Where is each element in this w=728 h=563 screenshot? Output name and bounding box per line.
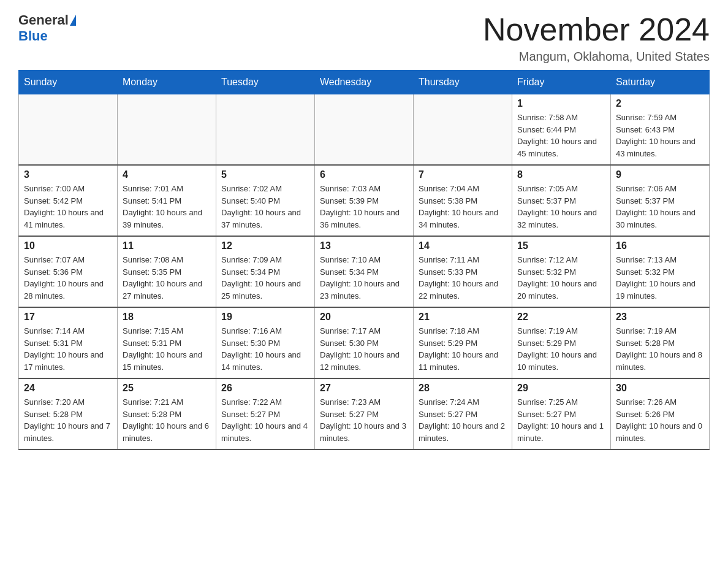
day-info: Sunrise: 7:21 AMSunset: 5:28 PMDaylight:…: [123, 396, 211, 444]
day-number: 23: [616, 312, 704, 323]
logo: General Blue: [18, 12, 76, 44]
logo-general-word: General: [18, 12, 69, 28]
logo-blue-text: Blue: [18, 28, 48, 44]
location-text: Mangum, Oklahoma, United States: [483, 50, 710, 64]
calendar-day-cell: 6Sunrise: 7:03 AMSunset: 5:39 PMDaylight…: [315, 165, 414, 236]
calendar-week-row: 10Sunrise: 7:07 AMSunset: 5:36 PMDayligh…: [19, 236, 710, 307]
day-info: Sunrise: 7:02 AMSunset: 5:40 PMDaylight:…: [221, 183, 309, 231]
day-number: 1: [517, 98, 605, 109]
day-of-week-header: Sunday: [19, 71, 118, 94]
calendar-day-cell: 22Sunrise: 7:19 AMSunset: 5:29 PMDayligh…: [512, 307, 611, 378]
day-info: Sunrise: 7:17 AMSunset: 5:30 PMDaylight:…: [320, 325, 408, 373]
calendar-day-cell: 11Sunrise: 7:08 AMSunset: 5:35 PMDayligh…: [118, 236, 216, 307]
day-info: Sunrise: 7:10 AMSunset: 5:34 PMDaylight:…: [320, 254, 408, 302]
day-number: 8: [517, 169, 605, 180]
calendar-day-cell: 15Sunrise: 7:12 AMSunset: 5:32 PMDayligh…: [512, 236, 611, 307]
day-of-week-header: Saturday: [611, 71, 710, 94]
calendar-day-cell: 26Sunrise: 7:22 AMSunset: 5:27 PMDayligh…: [216, 378, 315, 450]
calendar-day-cell: 12Sunrise: 7:09 AMSunset: 5:34 PMDayligh…: [216, 236, 315, 307]
title-section: November 2024 Mangum, Oklahoma, United S…: [483, 12, 710, 64]
day-info: Sunrise: 7:03 AMSunset: 5:39 PMDaylight:…: [320, 183, 408, 231]
calendar-day-cell: 23Sunrise: 7:19 AMSunset: 5:28 PMDayligh…: [611, 307, 710, 378]
calendar-day-cell: 19Sunrise: 7:16 AMSunset: 5:30 PMDayligh…: [216, 307, 315, 378]
calendar-day-cell: 4Sunrise: 7:01 AMSunset: 5:41 PMDaylight…: [118, 165, 216, 236]
day-info: Sunrise: 7:12 AMSunset: 5:32 PMDaylight:…: [517, 254, 605, 302]
day-info: Sunrise: 7:01 AMSunset: 5:41 PMDaylight:…: [123, 183, 211, 231]
day-info: Sunrise: 7:07 AMSunset: 5:36 PMDaylight:…: [24, 254, 112, 302]
day-of-week-header: Tuesday: [216, 71, 315, 94]
calendar-week-row: 1Sunrise: 7:58 AMSunset: 6:44 PMDaylight…: [19, 94, 710, 166]
day-number: 28: [419, 383, 507, 394]
day-info: Sunrise: 7:09 AMSunset: 5:34 PMDaylight:…: [221, 254, 309, 302]
calendar-day-cell: [216, 94, 315, 166]
day-number: 21: [419, 312, 507, 323]
calendar-day-cell: 21Sunrise: 7:18 AMSunset: 5:29 PMDayligh…: [414, 307, 512, 378]
day-number: 16: [616, 240, 704, 251]
day-info: Sunrise: 7:11 AMSunset: 5:33 PMDaylight:…: [419, 254, 507, 302]
calendar-day-cell: [118, 94, 216, 166]
day-number: 25: [123, 383, 211, 394]
calendar-day-cell: 8Sunrise: 7:05 AMSunset: 5:37 PMDaylight…: [512, 165, 611, 236]
day-info: Sunrise: 7:04 AMSunset: 5:38 PMDaylight:…: [419, 183, 507, 231]
day-number: 24: [24, 383, 112, 394]
calendar-week-row: 17Sunrise: 7:14 AMSunset: 5:31 PMDayligh…: [19, 307, 710, 378]
day-number: 26: [221, 383, 309, 394]
day-info: Sunrise: 7:08 AMSunset: 5:35 PMDaylight:…: [123, 254, 211, 302]
day-number: 22: [517, 312, 605, 323]
day-of-week-header: Thursday: [414, 71, 512, 94]
day-info: Sunrise: 7:24 AMSunset: 5:27 PMDaylight:…: [419, 396, 507, 444]
day-info: Sunrise: 7:26 AMSunset: 5:26 PMDaylight:…: [616, 396, 704, 444]
calendar-day-cell: 3Sunrise: 7:00 AMSunset: 5:42 PMDaylight…: [19, 165, 118, 236]
day-info: Sunrise: 7:16 AMSunset: 5:30 PMDaylight:…: [221, 325, 309, 373]
day-info: Sunrise: 7:58 AMSunset: 6:44 PMDaylight:…: [517, 112, 605, 159]
day-number: 9: [616, 169, 704, 180]
day-info: Sunrise: 7:19 AMSunset: 5:29 PMDaylight:…: [517, 325, 605, 373]
day-number: 14: [419, 240, 507, 251]
calendar-day-cell: [414, 94, 512, 166]
logo-triangle-icon: [70, 15, 76, 26]
day-number: 6: [320, 169, 408, 180]
calendar-day-cell: 29Sunrise: 7:25 AMSunset: 5:27 PMDayligh…: [512, 378, 611, 450]
day-info: Sunrise: 7:25 AMSunset: 5:27 PMDaylight:…: [517, 396, 605, 444]
calendar-day-cell: [19, 94, 118, 166]
calendar-day-cell: 28Sunrise: 7:24 AMSunset: 5:27 PMDayligh…: [414, 378, 512, 450]
calendar-day-cell: 27Sunrise: 7:23 AMSunset: 5:27 PMDayligh…: [315, 378, 414, 450]
day-info: Sunrise: 7:19 AMSunset: 5:28 PMDaylight:…: [616, 325, 704, 373]
day-number: 2: [616, 98, 704, 109]
day-info: Sunrise: 7:14 AMSunset: 5:31 PMDaylight:…: [24, 325, 112, 373]
day-info: Sunrise: 7:18 AMSunset: 5:29 PMDaylight:…: [419, 325, 507, 373]
day-info: Sunrise: 7:22 AMSunset: 5:27 PMDaylight:…: [221, 396, 309, 444]
day-number: 27: [320, 383, 408, 394]
calendar-table: SundayMondayTuesdayWednesdayThursdayFrid…: [18, 70, 710, 450]
day-number: 30: [616, 383, 704, 394]
day-number: 19: [221, 312, 309, 323]
day-info: Sunrise: 7:23 AMSunset: 5:27 PMDaylight:…: [320, 396, 408, 444]
day-info: Sunrise: 7:00 AMSunset: 5:42 PMDaylight:…: [24, 183, 112, 231]
calendar-header-row: SundayMondayTuesdayWednesdayThursdayFrid…: [19, 71, 710, 94]
calendar-day-cell: [315, 94, 414, 166]
month-title: November 2024: [483, 12, 710, 47]
day-number: 20: [320, 312, 408, 323]
logo-general-text: General: [18, 12, 76, 28]
calendar-day-cell: 16Sunrise: 7:13 AMSunset: 5:32 PMDayligh…: [611, 236, 710, 307]
calendar-day-cell: 25Sunrise: 7:21 AMSunset: 5:28 PMDayligh…: [118, 378, 216, 450]
page-header: General Blue November 2024 Mangum, Oklah…: [18, 12, 710, 64]
calendar-day-cell: 30Sunrise: 7:26 AMSunset: 5:26 PMDayligh…: [611, 378, 710, 450]
day-of-week-header: Wednesday: [315, 71, 414, 94]
day-number: 5: [221, 169, 309, 180]
day-number: 13: [320, 240, 408, 251]
day-of-week-header: Friday: [512, 71, 611, 94]
day-number: 29: [517, 383, 605, 394]
day-number: 18: [123, 312, 211, 323]
day-number: 12: [221, 240, 309, 251]
calendar-day-cell: 17Sunrise: 7:14 AMSunset: 5:31 PMDayligh…: [19, 307, 118, 378]
calendar-day-cell: 10Sunrise: 7:07 AMSunset: 5:36 PMDayligh…: [19, 236, 118, 307]
calendar-day-cell: 7Sunrise: 7:04 AMSunset: 5:38 PMDaylight…: [414, 165, 512, 236]
calendar-week-row: 24Sunrise: 7:20 AMSunset: 5:28 PMDayligh…: [19, 378, 710, 450]
calendar-day-cell: 2Sunrise: 7:59 AMSunset: 6:43 PMDaylight…: [611, 94, 710, 166]
day-info: Sunrise: 7:15 AMSunset: 5:31 PMDaylight:…: [123, 325, 211, 373]
calendar-day-cell: 14Sunrise: 7:11 AMSunset: 5:33 PMDayligh…: [414, 236, 512, 307]
calendar-day-cell: 13Sunrise: 7:10 AMSunset: 5:34 PMDayligh…: [315, 236, 414, 307]
calendar-day-cell: 24Sunrise: 7:20 AMSunset: 5:28 PMDayligh…: [19, 378, 118, 450]
day-number: 10: [24, 240, 112, 251]
